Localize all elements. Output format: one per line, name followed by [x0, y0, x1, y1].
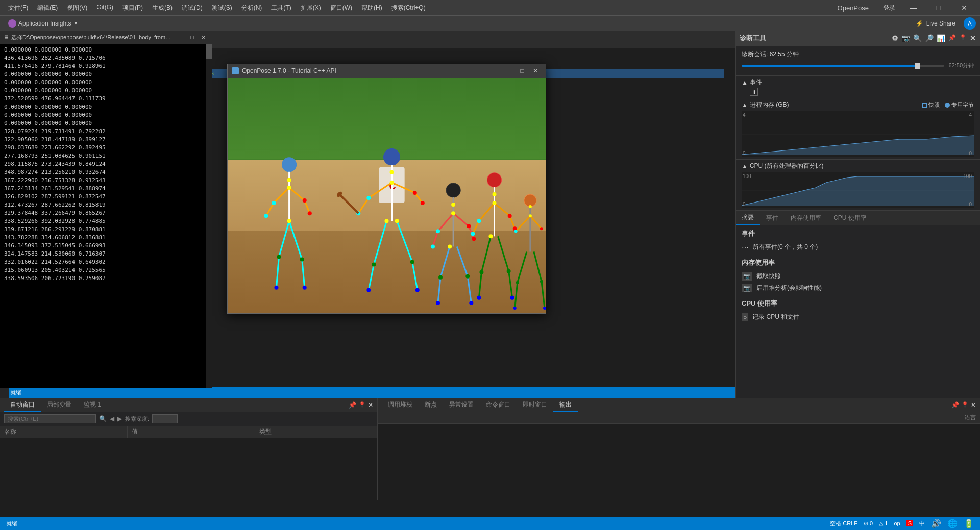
diag-zoom-in-icon[interactable]: 🔍	[913, 34, 922, 42]
summary-heap-item[interactable]: 📷 启用堆分析(会影响性能)	[742, 282, 974, 294]
search-back-icon[interactable]: ◀	[110, 415, 114, 422]
right-bottom-pin-icon[interactable]: 📌	[951, 401, 959, 409]
menu-git[interactable]: Git(G)	[92, 2, 117, 14]
diag-settings-icon[interactable]: ⚙	[892, 34, 898, 42]
events-collapse-icon[interactable]: ▲	[742, 79, 748, 86]
console-line-21: 329.378448 337.266479 0.865267	[4, 209, 208, 217]
tab-breakpoints[interactable]: 断点	[419, 398, 443, 412]
console-max-btn[interactable]: □	[187, 34, 197, 41]
menu-search[interactable]: 搜索(Ctrl+Q)	[387, 2, 430, 14]
menu-window[interactable]: 窗口(W)	[326, 2, 356, 14]
heap-label: 启用堆分析(会影响性能)	[756, 284, 822, 292]
menu-view[interactable]: 视图(V)	[63, 2, 91, 14]
menu-help[interactable]: 帮助(H)	[357, 2, 386, 14]
svg-point-26	[383, 149, 400, 165]
tab-watch1[interactable]: 监视 1	[78, 398, 107, 412]
openpose-maximize-btn[interactable]: □	[516, 65, 528, 77]
tab-cpu-usage[interactable]: CPU 使用率	[827, 212, 873, 224]
openpose-minimize-btn[interactable]: —	[503, 65, 515, 77]
svg-point-17	[272, 201, 276, 205]
right-bottom-close-icon[interactable]: ✕	[971, 401, 976, 409]
tab-locals[interactable]: 局部变量	[41, 398, 78, 412]
svg-line-11	[279, 221, 289, 257]
maximize-button[interactable]: □	[927, 0, 950, 15]
console-scrollbar[interactable]	[206, 44, 212, 388]
diag-camera-icon[interactable]: 📷	[901, 34, 910, 42]
memory-collapse-icon[interactable]: ▲	[742, 102, 748, 109]
diag-chart-icon[interactable]: 📊	[937, 34, 945, 42]
menu-project[interactable]: 项目(P)	[118, 2, 147, 14]
openpose-image-area: C	[228, 78, 546, 313]
diag-close-icon[interactable]: ✕	[970, 34, 976, 42]
tab-command-window[interactable]: 命令窗口	[480, 398, 517, 412]
user-avatar[interactable]: A	[964, 17, 976, 30]
svg-line-35	[374, 221, 386, 264]
tab-auto-window[interactable]: 自动窗口	[4, 398, 41, 412]
login-button[interactable]: 登录	[877, 4, 901, 12]
svg-point-23	[300, 258, 304, 262]
menu-analyze[interactable]: 分析(N)	[237, 2, 266, 14]
session-time-value: 62:50分钟	[948, 62, 974, 69]
summary-cpu-section: CPU 使用率 ○ 记录 CPU 和文件	[742, 299, 974, 323]
console-close-btn[interactable]: ✕	[198, 34, 209, 41]
minimize-button[interactable]: —	[901, 0, 925, 15]
console-line-29: 338.593506 206.723190 0.259087	[4, 274, 208, 283]
console-line-25: 346.345093 372.515045 0.666993	[4, 242, 208, 250]
application-insights-button[interactable]: Application Insights ▼	[4, 18, 82, 29]
search-input[interactable]	[4, 414, 96, 423]
auto-window-pin2-icon[interactable]: 📍	[358, 401, 366, 409]
tab-events[interactable]: 事件	[760, 212, 785, 224]
search-depth-input[interactable]	[152, 414, 178, 423]
snapshot-label: 截取快照	[756, 272, 781, 281]
diag-tab-bar: 摘要 事件 内存使用率 CPU 使用率	[736, 211, 980, 225]
summary-memory-title: 内存使用率	[742, 258, 974, 267]
tab-exception-settings[interactable]: 异常设置	[443, 398, 480, 412]
close-button[interactable]: ✕	[952, 0, 976, 15]
tab-summary[interactable]: 摘要	[736, 211, 760, 225]
summary-snapshot-item[interactable]: 📷 截取快照	[742, 270, 974, 282]
diag-pin2-icon[interactable]: 📍	[959, 34, 967, 42]
memory-chart-svg	[742, 111, 974, 157]
svg-point-25	[303, 286, 307, 290]
console-scrollbar-thumb[interactable]	[206, 44, 212, 59]
diag-pin-icon[interactable]: 📌	[948, 34, 956, 42]
menu-tools[interactable]: 工具(T)	[267, 2, 295, 14]
right-bottom-pin2-icon[interactable]: 📍	[961, 401, 969, 409]
console-window: 🖥 选择D:\Openpose\openpose\build\x64\Relea…	[0, 31, 212, 388]
svg-line-37	[397, 221, 412, 262]
menu-build[interactable]: 生成(B)	[148, 2, 177, 14]
tab-callstack[interactable]: 调用堆栈	[382, 398, 419, 412]
insights-label: Application Insights	[18, 20, 71, 27]
insights-dropdown-icon: ▼	[73, 20, 78, 26]
auto-window-pin-icon[interactable]: 📌	[349, 401, 356, 409]
search-forward-icon[interactable]: ▶	[117, 415, 122, 422]
menu-edit[interactable]: 编辑(E)	[33, 2, 62, 14]
menu-test[interactable]: 测试(S)	[208, 2, 236, 14]
console-line-10: 0.000000 0.000000 0.000000	[4, 119, 208, 128]
tab-memory-usage[interactable]: 内存使用率	[785, 212, 827, 224]
cpu-collapse-icon[interactable]: ▲	[742, 163, 748, 170]
speaker-icon: 🔊	[931, 519, 941, 528]
svg-line-8	[266, 203, 274, 216]
menu-debug[interactable]: 调试(D)	[178, 2, 207, 14]
memory-chart: 4 4 0 0	[742, 111, 974, 157]
table-header: 名称 值 类型	[0, 426, 377, 438]
svg-point-50	[415, 288, 420, 292]
time-slider-thumb[interactable]	[915, 63, 920, 69]
tab-output[interactable]: 输出	[553, 398, 578, 412]
openpose-close-btn[interactable]: ✕	[529, 65, 542, 77]
menu-file[interactable]: 文件(F)	[4, 2, 32, 14]
svg-line-77	[473, 221, 479, 234]
time-slider[interactable]	[742, 65, 944, 67]
diag-zoom-out-icon[interactable]: 🔎	[925, 34, 934, 42]
tab-immediate-window[interactable]: 即时窗口	[517, 398, 553, 412]
code-scrollbar[interactable]	[728, 48, 735, 387]
live-share-button[interactable]: ⚡ Live Share	[912, 19, 960, 28]
auto-window-close-icon[interactable]: ✕	[368, 401, 373, 409]
menu-extensions[interactable]: 扩展(X)	[297, 2, 325, 14]
editor-status-bar: ✓ 就绪 就绪	[0, 387, 735, 398]
summary-cpu-item[interactable]: ○ 记录 CPU 和文件	[742, 311, 974, 323]
console-min-btn[interactable]: —	[175, 34, 186, 41]
console-line-14: 277.168793 251.084625 0.901151	[4, 152, 208, 160]
insights-icon	[8, 19, 16, 28]
